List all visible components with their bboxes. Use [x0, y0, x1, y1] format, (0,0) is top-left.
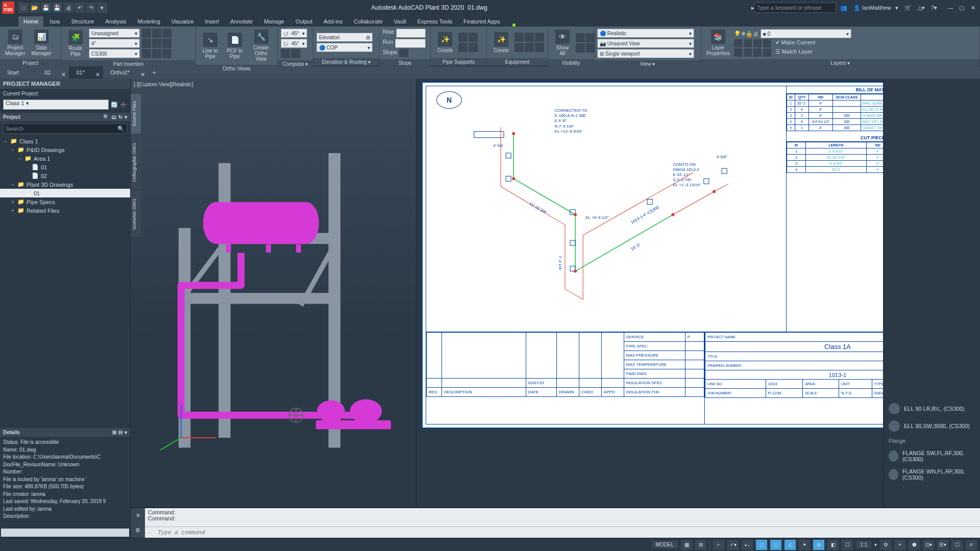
- maximize-button[interactable]: ▢: [957, 3, 967, 13]
- pm-tool-3[interactable]: ↻: [118, 114, 122, 120]
- ribbon-tab-annotate[interactable]: Annotate: [225, 16, 258, 27]
- sb-plus[interactable]: +: [894, 540, 905, 550]
- palette-item[interactable]: ELL 90,SW,3000, (CS300): [884, 417, 980, 435]
- layer-combo[interactable]: ■ 0▾: [761, 29, 851, 38]
- lay-t4[interactable]: [763, 39, 771, 47]
- layer-properties-button[interactable]: 📚Layer Properties: [704, 29, 732, 57]
- pm-add-icon[interactable]: ➕: [120, 102, 127, 108]
- eq-3[interactable]: [535, 33, 544, 42]
- pm-h-scrollbar[interactable]: ◀▶: [1, 529, 129, 537]
- create-ortho-button[interactable]: 🔧Create Ortho View: [248, 29, 274, 63]
- signin-icon[interactable]: 👥: [840, 5, 847, 11]
- qat-save[interactable]: 💾: [41, 3, 51, 13]
- create-support-button[interactable]: ✨Create: [434, 31, 456, 54]
- tree-item[interactable]: −📁Class 1: [0, 137, 130, 145]
- sb-dyn[interactable]: ✦: [799, 540, 810, 550]
- help-icon[interactable]: ?▾: [931, 5, 937, 11]
- ribbon-tab-featured-apps[interactable]: Featured Apps: [458, 16, 505, 27]
- panel-title-vis[interactable]: Visibility: [548, 59, 594, 67]
- ribbon-tab-visualize[interactable]: Visualize: [166, 16, 199, 27]
- ribbon-tab-vault[interactable]: Vault: [389, 16, 411, 27]
- pm-project-combo[interactable]: Class 1 ▾: [3, 99, 109, 110]
- scale-badge[interactable]: 1:1: [856, 541, 871, 548]
- qat-saveas[interactable]: 💾: [52, 3, 62, 13]
- panel-title-project[interactable]: Project: [0, 59, 61, 67]
- ribbon-tab-insert[interactable]: Insert: [200, 16, 225, 27]
- cmd-close-icon[interactable]: ✕: [136, 512, 140, 519]
- sb-grid[interactable]: ▦: [681, 540, 692, 550]
- cart-icon[interactable]: 🛒: [904, 5, 912, 11]
- viewport-sheet[interactable]: TOP N WCS N: [416, 79, 980, 507]
- pi-tool-3[interactable]: [162, 29, 172, 38]
- panel-title-supports[interactable]: Pipe Supports: [431, 58, 486, 66]
- ribbon-tab-modeling[interactable]: Modeling: [132, 16, 165, 27]
- panel-title-ortho[interactable]: Ortho Views: [196, 65, 277, 72]
- project-manager-button[interactable]: 🗂Project Manager: [3, 29, 27, 57]
- pm-tool-1[interactable]: 🔍: [103, 114, 109, 120]
- pi-tool-6[interactable]: [162, 39, 172, 48]
- lay-t7[interactable]: [753, 48, 762, 57]
- lay-t5[interactable]: [734, 48, 742, 57]
- sb-clean[interactable]: ☐: [951, 540, 963, 550]
- minimize-button[interactable]: —: [945, 3, 955, 13]
- qat-new[interactable]: □: [18, 3, 29, 13]
- spec-combo[interactable]: Unassigned▾: [89, 29, 140, 38]
- ps-4[interactable]: [469, 43, 478, 52]
- cmd-handle-icon[interactable]: ⚙: [135, 527, 140, 534]
- side-tab[interactable]: Source Files: [131, 94, 141, 134]
- sb-custom[interactable]: ≡: [966, 540, 977, 550]
- palette-item[interactable]: ELL 90 LR,BV,, (CS300): [884, 400, 980, 417]
- doc-tab[interactable]: 02✕: [37, 66, 69, 79]
- sb-trans[interactable]: ◧: [827, 540, 839, 550]
- vis-1[interactable]: [576, 33, 585, 42]
- match-layer-button[interactable]: ☰ Match Layer: [775, 48, 813, 57]
- vis-3[interactable]: [576, 43, 585, 53]
- layer-state-icons[interactable]: 💡❄🔒🖨: [734, 31, 758, 37]
- sb-ann[interactable]: ☰▾: [937, 540, 948, 550]
- lay-t8[interactable]: [763, 48, 771, 57]
- pi-tool-7[interactable]: [142, 49, 151, 58]
- ps-2[interactable]: [469, 33, 478, 42]
- tree-item[interactable]: 📄02: [0, 171, 130, 180]
- tree-item[interactable]: −📁Plant 3D Drawings: [0, 180, 130, 189]
- lay-t3[interactable]: [753, 39, 762, 47]
- pi-tool-4[interactable]: [142, 39, 151, 48]
- tree-item[interactable]: +📁Pipe Specs: [0, 197, 130, 206]
- app-store-icon[interactable]: ▾: [895, 5, 898, 11]
- route-pipe-button[interactable]: 🧩Route Pipe: [64, 29, 87, 58]
- panel-title-slope[interactable]: Slope: [380, 59, 430, 67]
- sb-lwt[interactable]: ⊕: [813, 540, 824, 550]
- qat-redo[interactable]: ↷: [86, 3, 96, 13]
- ribbon-tab-structure[interactable]: Structure: [66, 16, 100, 27]
- pcf-to-pipe-button[interactable]: 📄PCF to Pipe: [224, 32, 246, 60]
- sb-iso[interactable]: ⬧▾: [742, 540, 753, 550]
- lay-t2[interactable]: [744, 39, 752, 47]
- sb-sel[interactable]: ☐: [842, 540, 853, 550]
- sb-osnap[interactable]: ◻: [756, 540, 767, 550]
- sb-snap[interactable]: ⊞: [695, 540, 706, 550]
- lay-t6[interactable]: [744, 48, 752, 57]
- ribbon-tab-express-tools[interactable]: Express Tools: [412, 16, 457, 27]
- doc-tab[interactable]: Ortho2*✕: [103, 66, 148, 79]
- pi-tool-2[interactable]: [152, 29, 161, 38]
- panel-title-equip[interactable]: Equipment: [487, 58, 548, 66]
- ps-3[interactable]: [458, 43, 468, 52]
- det-t2[interactable]: ⊟: [118, 430, 122, 435]
- panel-title-elev[interactable]: Elevation & Routing ▾: [313, 58, 379, 66]
- lay-t1[interactable]: [734, 39, 742, 47]
- panel-title-layers[interactable]: Layers ▾: [701, 59, 979, 67]
- user-menu[interactable]: 👤 IanMatthew: [853, 5, 891, 11]
- search-keyword-input[interactable]: Type a keyword or phrase: [754, 3, 836, 13]
- pm-search-input[interactable]: Search🔍: [3, 123, 127, 134]
- viewport-3d[interactable]: [-][Custom View][Realistic] Source Files…: [131, 79, 416, 507]
- eq-1[interactable]: [514, 33, 524, 42]
- compass-deg2[interactable]: ⭮45°▾: [281, 39, 307, 48]
- panel-title-view[interactable]: View ▾: [594, 60, 701, 68]
- pi-tool-1[interactable]: [142, 29, 151, 38]
- doc-tab[interactable]: Start: [0, 66, 37, 79]
- det-t1[interactable]: ⊞: [112, 430, 116, 435]
- sb-3dosnap[interactable]: ◻: [770, 540, 781, 550]
- viewport-label[interactable]: [-][Custom View][Realistic]: [134, 82, 193, 87]
- tree-item[interactable]: +📁Related Files: [0, 206, 130, 215]
- palette-item[interactable]: FLANGE SW,FL,RF,300, (CS300): [884, 447, 980, 465]
